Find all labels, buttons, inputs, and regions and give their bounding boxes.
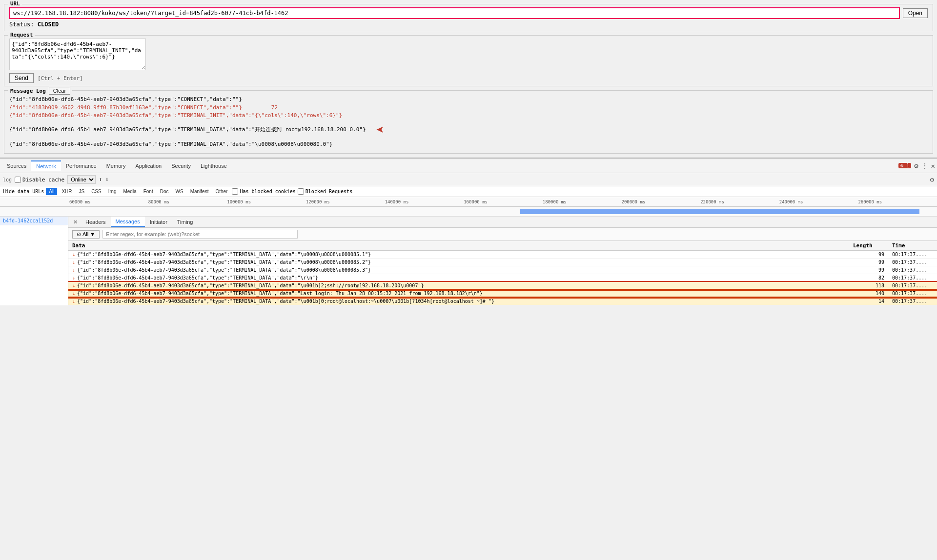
request-item[interactable]: b4fd-1462cca1152d xyxy=(0,217,68,225)
online-select[interactable]: Online xyxy=(67,175,96,184)
log-line-2: {"id":"4183b009-4602-4948-9ff0-87b30af11… xyxy=(9,104,928,112)
detail-panel: ✕ Headers Messages Initiator Timing ⊘ Al… xyxy=(68,217,937,305)
message-log-content: {"id":"8fd8b06e-dfd6-45b4-aeb7-9403d3a65… xyxy=(9,96,928,148)
td-length: 99 xyxy=(849,266,888,274)
filter-regex-input[interactable] xyxy=(102,230,298,239)
table-row: ↓{"id":"8fd8b06e-dfd6-45b4-aeb7-9403d3a6… xyxy=(68,266,937,274)
network-toolbar: log Disable cache Online ⬆ ⬇ ⚙ xyxy=(0,173,937,186)
th-data: Data xyxy=(68,241,849,251)
td-time: 00:17:37.... xyxy=(888,282,937,290)
tab-messages[interactable]: Messages xyxy=(111,217,145,227)
send-button[interactable]: Send xyxy=(9,73,34,83)
table-row: ↓{"id":"8fd8b06e-dfd6-45b4-aeb7-9403d3a6… xyxy=(68,251,937,259)
tab-timing[interactable]: Timing xyxy=(172,217,198,227)
status-value: CLOSED xyxy=(38,21,59,28)
detail-tabs: ✕ Headers Messages Initiator Timing xyxy=(68,217,937,228)
log-label: log xyxy=(3,177,12,182)
clear-button[interactable]: Clear xyxy=(49,87,70,95)
timeline-labels: 60000 ms 80000 ms 100000 ms 120000 ms 14… xyxy=(68,200,937,204)
tl-180000: 180000 ms xyxy=(543,200,622,204)
request-section-legend: Request xyxy=(8,32,35,38)
arrow-annotation: ➤ xyxy=(376,120,384,140)
table-row: ↓{"id":"8fd8b06e-dfd6-45b4-aeb7-9403d3a6… xyxy=(68,290,937,298)
tl-60000: 60000 ms xyxy=(68,200,148,204)
upload-icon[interactable]: ⬆ xyxy=(99,176,102,183)
td-length: 82 xyxy=(849,274,888,282)
td-time: 00:17:37.... xyxy=(888,251,937,259)
filter-ws[interactable]: WS xyxy=(173,188,186,195)
devtools-panel: Sources Network Performance Memory Appli… xyxy=(0,158,937,305)
td-time: 00:17:37.... xyxy=(888,259,937,266)
url-input[interactable] xyxy=(9,7,900,19)
messages-filter: ⊘ All ▼ xyxy=(68,228,937,241)
tab-sources[interactable]: Sources xyxy=(2,161,31,171)
td-length: 14 xyxy=(849,298,888,305)
tl-120000: 120000 ms xyxy=(306,200,385,204)
progress-bar xyxy=(520,209,920,214)
tab-application[interactable]: Application xyxy=(130,161,166,171)
filter-img[interactable]: Img xyxy=(106,188,119,195)
open-button[interactable]: Open xyxy=(903,8,928,18)
filter-all-btn[interactable]: All xyxy=(46,188,57,195)
table-header-row: Data Length Time xyxy=(68,241,937,251)
td-time: 00:17:37.... xyxy=(888,290,937,298)
filter-all-messages-btn[interactable]: ⊘ All ▼ xyxy=(72,230,100,239)
error-icon: ⊗ xyxy=(900,163,903,168)
table-row: ↓{"id":"8fd8b06e-dfd6-45b4-aeb7-9403d3a6… xyxy=(68,298,937,305)
disable-cache-checkbox[interactable] xyxy=(15,177,21,183)
tab-security[interactable]: Security xyxy=(166,161,196,171)
tab-memory[interactable]: Memory xyxy=(102,161,131,171)
timeline-labels-row: 60000 ms 80000 ms 100000 ms 120000 ms 14… xyxy=(0,197,937,207)
td-time: 00:17:37.... xyxy=(888,298,937,305)
filter-font[interactable]: Font xyxy=(141,188,156,195)
request-list: b4fd-1462cca1152d xyxy=(0,217,68,305)
request-section: Request Send [Ctrl + Enter] xyxy=(4,35,933,86)
td-data: ↓{"id":"8fd8b06e-dfd6-45b4-aeb7-9403d3a6… xyxy=(68,266,849,274)
tab-performance[interactable]: Performance xyxy=(61,161,102,171)
request-textarea[interactable] xyxy=(9,39,146,70)
devtools-tabs: Sources Network Performance Memory Appli… xyxy=(0,159,937,173)
filter-bar: Hide data URLs All XHR JS CSS Img Media … xyxy=(0,186,937,197)
close-icon[interactable]: ✕ xyxy=(931,162,935,170)
messages-panel: b4fd-1462cca1152d ✕ Headers Messages Ini… xyxy=(0,217,937,305)
filter-other[interactable]: Other xyxy=(213,188,230,195)
progress-track xyxy=(68,209,937,214)
tab-lighthouse[interactable]: Lighthouse xyxy=(196,161,232,171)
disable-cache-label[interactable]: Disable cache xyxy=(15,177,64,183)
td-time: 00:17:37.... xyxy=(888,266,937,274)
tl-140000: 140000 ms xyxy=(385,200,464,204)
filter-css[interactable]: CSS xyxy=(89,188,104,195)
tab-initiator[interactable]: Initiator xyxy=(145,217,172,227)
network-settings-icon[interactable]: ⚙ xyxy=(930,176,934,183)
tab-headers[interactable]: Headers xyxy=(81,217,111,227)
tl-200000: 200000 ms xyxy=(621,200,700,204)
tl-100000: 100000 ms xyxy=(227,200,306,204)
blocked-requests-checkbox[interactable] xyxy=(298,188,304,195)
detail-close-btn[interactable]: ✕ xyxy=(70,217,81,227)
tab-network[interactable]: Network xyxy=(31,160,61,171)
error-badge: ⊗ 1 xyxy=(898,163,911,168)
td-length: 99 xyxy=(849,259,888,266)
blocked-requests-label[interactable]: Blocked Requests xyxy=(298,188,352,195)
table-row: ↓{"id":"8fd8b06e-dfd6-45b4-aeb7-9403d3a6… xyxy=(68,282,937,290)
url-section-legend: URL xyxy=(8,0,22,7)
kebab-icon[interactable]: ⋮ xyxy=(921,162,928,170)
log-line-1: {"id":"8fd8b06e-dfd6-45b4-aeb7-9403d3a65… xyxy=(9,96,928,104)
td-time: 00:17:37.... xyxy=(888,274,937,282)
td-data: ↓{"id":"8fd8b06e-dfd6-45b4-aeb7-9403d3a6… xyxy=(68,282,849,290)
filter-doc[interactable]: Doc xyxy=(158,188,171,195)
gear-icon[interactable]: ⚙ xyxy=(914,162,918,170)
filter-xhr[interactable]: XHR xyxy=(59,188,74,195)
blocked-cookies-checkbox[interactable] xyxy=(232,188,238,195)
tl-80000: 80000 ms xyxy=(148,200,227,204)
filter-manifest[interactable]: Manifest xyxy=(188,188,211,195)
td-length: 99 xyxy=(849,251,888,259)
blocked-cookies-label[interactable]: Has blocked cookies xyxy=(232,188,295,195)
download-icon[interactable]: ⬇ xyxy=(105,176,108,183)
td-data: ↓{"id":"8fd8b06e-dfd6-45b4-aeb7-9403d3a6… xyxy=(68,251,849,259)
filter-media[interactable]: Media xyxy=(121,188,139,195)
td-data: ↓{"id":"8fd8b06e-dfd6-45b4-aeb7-9403d3a6… xyxy=(68,298,849,305)
filter-js[interactable]: JS xyxy=(77,188,87,195)
table-row: ↓{"id":"8fd8b06e-dfd6-45b4-aeb7-9403d3a6… xyxy=(68,274,937,282)
log-line-4: {"id":"8fd8b06e-dfd6-45b4-aeb7-9403d3a65… xyxy=(9,126,366,134)
